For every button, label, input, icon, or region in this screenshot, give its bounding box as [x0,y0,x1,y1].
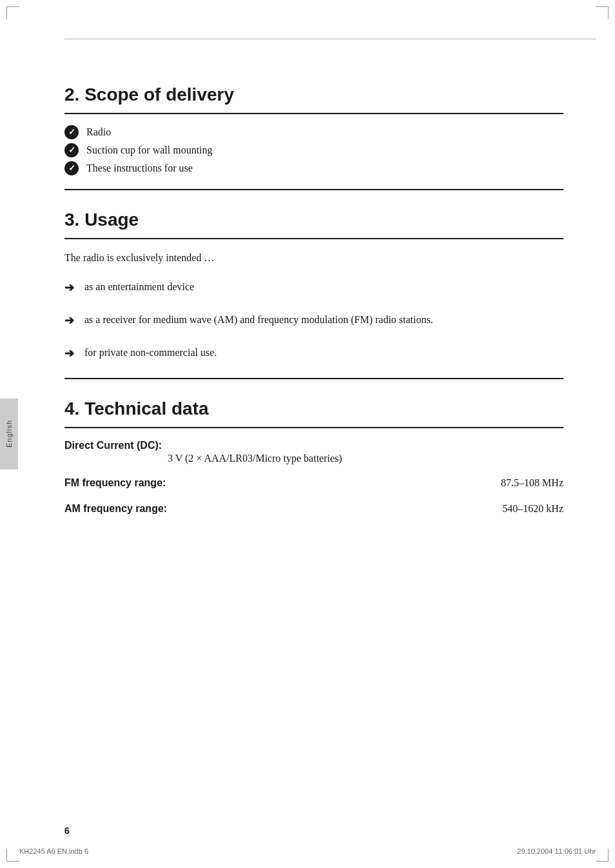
check-icon-1 [64,125,79,139]
footer-right: 29.10.2004 11:06:01 Uhr [517,847,596,855]
delivery-item-2: Suction cup for wall mounting [86,143,213,158]
arrow-icon-3: ➔ [64,345,74,362]
arrow-icon-1: ➔ [64,279,74,297]
list-item: These instructions for use [64,161,563,176]
dc-value: 3 V (2 × AAA/LR03/Micro type batteries) [168,453,563,464]
delivery-list: Radio Suction cup for wall mounting Thes… [64,124,563,176]
section-technical-data: 4. Technical data Direct Current (DC): 3… [64,399,563,516]
delivery-item-1: Radio [86,124,111,140]
corner-top-left [6,6,19,19]
main-content: 2. Scope of delivery Radio Suction cup f… [64,59,563,516]
list-item: ➔ as a receiver for medium wave (AM) and… [64,312,563,330]
am-label: AM frequency range: [64,503,167,515]
section3-divider-bottom [64,378,563,379]
side-tab-label: English [5,420,13,448]
dc-label: Direct Current (DC): [64,440,563,451]
tech-dc-block: Direct Current (DC): 3 V (2 × AAA/LR03/M… [64,440,563,464]
check-icon-3 [64,161,79,175]
section4-divider-top [64,427,563,428]
side-tab: English [0,399,18,469]
am-frequency-block: AM frequency range: 540–1620 kHz [64,503,563,516]
list-item: ➔ as an entertainment device [64,279,563,297]
section3-title: 3. Usage [64,210,563,234]
list-item: Radio [64,124,563,140]
section4-title: 4. Technical data [64,399,563,423]
fm-value: 87.5–108 MHz [501,477,563,489]
page-number: 6 [64,825,70,836]
section3-divider-top [64,238,563,239]
list-item: ➔ for private non-commercial use. [64,345,563,362]
corner-bottom-left [6,849,19,862]
corner-top-right [596,6,609,19]
footer-left: KH2245 A6 EN.indb 6 [19,847,88,855]
arrow-icon-2: ➔ [64,312,74,330]
fm-label: FM frequency range: [64,477,166,489]
check-icon-2 [64,143,79,157]
delivery-item-3: These instructions for use [86,161,193,176]
page: English 2. Scope of delivery Radio Sucti… [0,0,615,868]
section2-divider-bottom [64,189,563,190]
am-value: 540–1620 kHz [502,503,563,515]
usage-intro: The radio is exclusively intended … [64,250,563,266]
usage-item-3: for private non-commercial use. [84,345,217,360]
usage-item-2: as a receiver for medium wave (AM) and f… [84,312,433,328]
corner-bottom-right [596,849,609,862]
section2-divider-top [64,113,563,114]
section2-title: 2. Scope of delivery [64,84,563,109]
top-rule [64,39,596,39]
usage-item-1: as an entertainment device [84,279,194,295]
section-usage: 3. Usage The radio is exclusively intend… [64,210,563,379]
section-scope-of-delivery: 2. Scope of delivery Radio Suction cup f… [64,84,563,190]
list-item: Suction cup for wall mounting [64,143,563,158]
usage-arrow-list: ➔ as an entertainment device ➔ as a rece… [64,279,563,362]
fm-frequency-block: FM frequency range: 87.5–108 MHz [64,477,563,490]
